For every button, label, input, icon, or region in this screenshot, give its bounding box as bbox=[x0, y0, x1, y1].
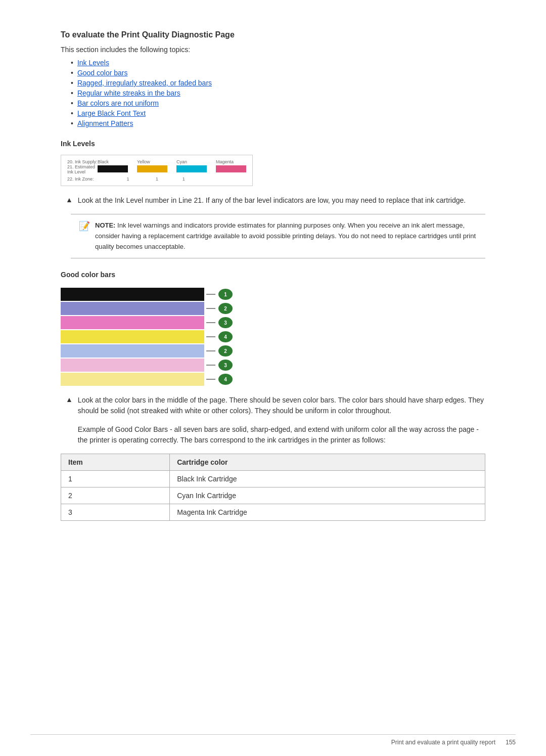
alignment-link[interactable]: Alignment Patters bbox=[77, 119, 133, 127]
good-color-bars-heading: Good color bars bbox=[61, 271, 485, 279]
list-item: Bar colors are not uniform bbox=[71, 99, 485, 107]
table-cell-item: 1 bbox=[61, 471, 170, 487]
bar-line-6 bbox=[206, 365, 215, 366]
ink-levels-bullet: ▲ Look at the Ink Level number in Line 2… bbox=[61, 195, 485, 206]
page-number: 155 bbox=[506, 739, 516, 746]
ink-bar-black bbox=[98, 165, 128, 172]
ink-levels-heading: Ink Levels bbox=[61, 140, 485, 148]
bar-number-1: 1 bbox=[218, 289, 233, 300]
table-header-cartridge: Cartridge color bbox=[170, 454, 485, 471]
note-box: 📝 NOTE: Ink level warnings and indicator… bbox=[71, 214, 485, 258]
bar-line-7 bbox=[206, 379, 215, 380]
color-bar-row-2: 2 bbox=[61, 302, 233, 315]
note-icon: 📝 bbox=[79, 220, 90, 232]
list-item: Ink Levels bbox=[71, 59, 485, 67]
bar-number-5: 2 bbox=[218, 345, 233, 357]
bar-number-2: 2 bbox=[218, 303, 233, 314]
page-title: To evaluate the Print Quality Diagnostic… bbox=[61, 30, 485, 39]
ink-zone-label: 22. Ink Zone: 1 1 1 bbox=[67, 176, 246, 182]
ink-col-magenta: Magenta bbox=[216, 159, 246, 174]
ink-bar-yellow bbox=[137, 165, 167, 172]
table-cell-item: 2 bbox=[61, 487, 170, 504]
bar-pink bbox=[61, 316, 204, 329]
list-item: Regular white streaks in the bars bbox=[71, 89, 485, 97]
ragged-bars-link[interactable]: Ragged, irregularly streaked, or faded b… bbox=[77, 79, 212, 87]
table-cell-item: 3 bbox=[61, 504, 170, 521]
ink-levels-diagram: 20. Ink Supply: 21. Estimated Ink Level … bbox=[61, 155, 253, 186]
color-bar-row-5: 2 bbox=[61, 344, 233, 358]
ink-col-black: Black bbox=[98, 159, 128, 174]
bar-line-1 bbox=[206, 294, 215, 295]
color-bar-row-7: 4 bbox=[61, 373, 233, 386]
triangle-icon-2: ▲ bbox=[66, 395, 73, 404]
table-header-item: Item bbox=[61, 454, 170, 471]
bar-number-6: 3 bbox=[218, 360, 233, 371]
bar-light-pink bbox=[61, 359, 204, 372]
page-footer: Print and evaluate a print quality repor… bbox=[0, 734, 546, 746]
bar-number-7: 4 bbox=[218, 374, 233, 385]
bar-blue bbox=[61, 302, 204, 315]
bar-line-3 bbox=[206, 322, 215, 323]
color-bars-bullet: ▲ Look at the color bars in the middle o… bbox=[61, 395, 485, 446]
table-row: 3 Magenta Ink Cartridge bbox=[61, 504, 485, 521]
color-bars-diagram: 1 2 3 4 2 bbox=[61, 288, 233, 386]
bar-number-3: 3 bbox=[218, 317, 233, 328]
ink-bar-cyan bbox=[176, 165, 207, 172]
white-streaks-link[interactable]: Regular white streaks in the bars bbox=[77, 89, 180, 97]
ink-col-yellow: Yellow bbox=[137, 159, 167, 174]
color-bar-row-3: 3 bbox=[61, 316, 233, 329]
color-bar-row-4: 4 bbox=[61, 330, 233, 343]
list-item: Alignment Patters bbox=[71, 119, 485, 127]
footer-text: Print and evaluate a print quality repor… bbox=[391, 739, 495, 746]
bar-light-yellow bbox=[61, 373, 204, 386]
list-item: Ragged, irregularly streaked, or faded b… bbox=[71, 79, 485, 87]
ink-bar-magenta bbox=[216, 165, 246, 172]
table-row: 2 Cyan Ink Cartridge bbox=[61, 487, 485, 504]
ink-line20-label: 20. Ink Supply: 21. Estimated Ink Level bbox=[67, 159, 98, 174]
color-bar-row-1: 1 bbox=[61, 288, 233, 301]
cartridge-table: Item Cartridge color 1 Black Ink Cartrid… bbox=[61, 454, 485, 521]
list-item: Large Black Font Text bbox=[71, 109, 485, 117]
bar-line-4 bbox=[206, 336, 215, 337]
footer-separator bbox=[30, 734, 516, 735]
bar-number-4: 4 bbox=[218, 331, 233, 342]
bar-light-blue bbox=[61, 344, 204, 358]
note-text: NOTE: Ink level warnings and indicators … bbox=[95, 220, 477, 252]
table-cell-cartridge: Black Ink Cartridge bbox=[170, 471, 485, 487]
ink-col-cyan: Cyan bbox=[176, 159, 207, 174]
topic-list: Ink Levels Good color bars Ragged, irreg… bbox=[61, 59, 485, 127]
table-row: 1 Black Ink Cartridge bbox=[61, 471, 485, 487]
triangle-icon: ▲ bbox=[66, 196, 73, 204]
bar-black bbox=[61, 288, 204, 301]
bar-line-2 bbox=[206, 308, 215, 309]
ink-levels-link[interactable]: Ink Levels bbox=[77, 59, 109, 67]
intro-text: This section includes the following topi… bbox=[61, 46, 485, 54]
table-cell-cartridge: Cyan Ink Cartridge bbox=[170, 487, 485, 504]
color-bar-row-6: 3 bbox=[61, 359, 233, 372]
list-item: Good color bars bbox=[71, 69, 485, 77]
bar-line-5 bbox=[206, 350, 215, 351]
large-black-font-link[interactable]: Large Black Font Text bbox=[77, 109, 146, 117]
bar-yellow bbox=[61, 330, 204, 343]
table-cell-cartridge: Magenta Ink Cartridge bbox=[170, 504, 485, 521]
good-color-bars-link[interactable]: Good color bars bbox=[77, 69, 128, 77]
not-uniform-link[interactable]: Bar colors are not uniform bbox=[77, 99, 159, 107]
